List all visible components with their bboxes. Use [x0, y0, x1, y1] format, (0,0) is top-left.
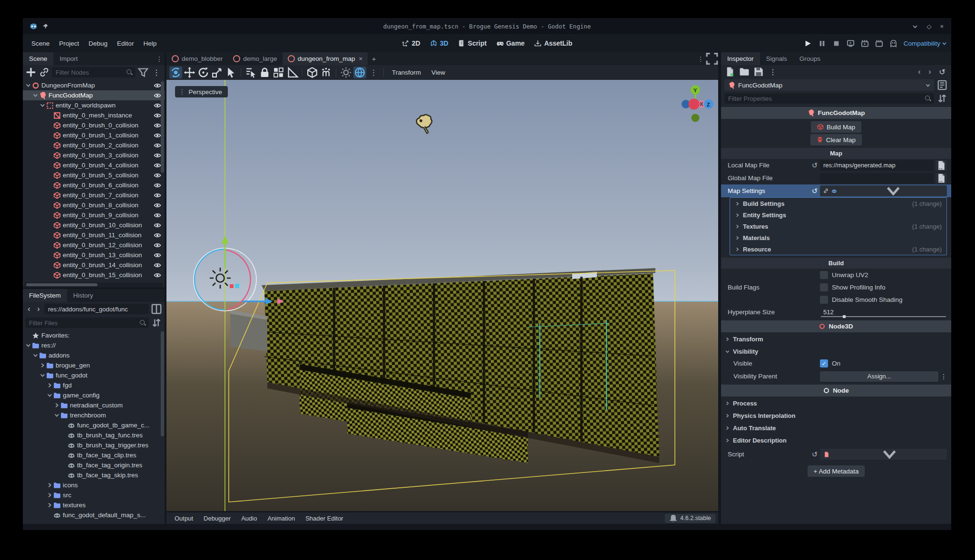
expand-icon[interactable] — [47, 502, 53, 508]
file-item-fgd[interactable]: fgd — [23, 380, 165, 390]
dock-menu-icon[interactable]: ⋮ — [154, 52, 165, 65]
global-map-file-field[interactable] — [820, 173, 934, 183]
preview-environment-icon[interactable] — [353, 67, 366, 78]
minimize-button[interactable] — [912, 24, 918, 29]
bottom-panel-debugger[interactable]: Debugger — [199, 515, 235, 522]
file-item-icons[interactable]: icons — [23, 480, 165, 490]
section-auto-translate[interactable]: Auto Translate — [721, 422, 951, 434]
history-back-button[interactable]: ‹ — [916, 68, 923, 76]
stop-button[interactable] — [832, 39, 840, 48]
local-map-file-field[interactable]: res://maps/generated.map — [820, 160, 934, 171]
file-item-tb_brush_tag_trigger.tres[interactable]: tb_brush_tag_trigger.tres — [23, 440, 165, 450]
scene-node-item-entity_0_worldspawn[interactable]: entity_0_worldspawn — [23, 100, 165, 110]
path-field[interactable] — [44, 304, 149, 314]
visibility-parent-menu-icon[interactable]: ⋮ — [940, 371, 947, 382]
visibility-eye-icon[interactable] — [154, 202, 161, 209]
subsection-resource[interactable]: Resource(1 change) — [730, 243, 946, 255]
scene-node-item-entity_0_mesh_instance[interactable]: entity_0_mesh_instance — [23, 110, 165, 120]
viewport-extra-menu-icon[interactable]: ⋮ — [367, 67, 380, 78]
collapse-icon[interactable] — [25, 82, 31, 88]
expand-icon[interactable] — [54, 402, 60, 408]
scene-node-item-entity_0_brush_0_collision[interactable]: entity_0_brush_0_collision — [23, 120, 165, 130]
scene-node-item-entity_0_brush_12_collision[interactable]: entity_0_brush_12_collision — [23, 240, 165, 250]
resource-menu-icon[interactable]: ⋮ — [767, 67, 779, 77]
visibility-eye-icon[interactable] — [154, 241, 161, 249]
visibility-eye-icon[interactable] — [154, 112, 161, 119]
visibility-eye-icon[interactable] — [154, 182, 161, 189]
close-tab-icon[interactable]: × — [359, 55, 362, 62]
inspector-tab-signals[interactable]: Signals — [760, 52, 793, 65]
file-item-game_config[interactable]: game_config — [23, 390, 165, 400]
file-picker-icon[interactable] — [936, 173, 947, 183]
bottom-panel-output[interactable]: Output — [170, 515, 197, 522]
visibility-eye-icon[interactable] — [154, 142, 161, 149]
scene-node-item-entity_0_brush_7_collision[interactable]: entity_0_brush_7_collision — [23, 190, 165, 200]
scene-tree-vscrollbar[interactable] — [161, 81, 164, 280]
scene-dock-menu-icon[interactable]: ⋮ — [151, 67, 162, 77]
pause-button[interactable] — [818, 39, 826, 48]
visibility-eye-icon[interactable] — [154, 271, 161, 279]
section-map[interactable]: Map — [721, 148, 951, 159]
history-forward-button[interactable]: › — [926, 68, 934, 76]
collapse-icon[interactable] — [47, 392, 53, 398]
visibility-eye-icon[interactable] — [154, 232, 161, 239]
tab-list-icon[interactable]: ⋮ — [695, 52, 706, 65]
clear-map-button[interactable]: Clear Map — [810, 134, 862, 145]
expand-viewport-icon[interactable] — [706, 52, 718, 65]
slider-grabber[interactable] — [843, 315, 846, 318]
object-history-icon[interactable]: ↺ — [936, 67, 948, 77]
script-resource-picker[interactable]: func_godot_map.gd — [820, 449, 947, 460]
scene-tab-dungeon_from_map[interactable]: dungeon_from_map× — [283, 52, 368, 65]
menu-scene[interactable]: Scene — [27, 35, 54, 52]
movie-maker-icon[interactable] — [861, 39, 869, 48]
hyperplane-size-field[interactable]: 512 — [820, 307, 947, 318]
renderer-selector[interactable]: Compatibility — [904, 40, 946, 47]
version-button[interactable]: 4.6.2.stable — [665, 514, 715, 523]
new-resource-button[interactable] — [724, 67, 736, 77]
bottom-panel-animation[interactable]: Animation — [263, 515, 299, 522]
file-item-tb_face_tag_origin.tres[interactable]: tb_face_tag_origin.tres — [23, 460, 165, 470]
workspace-game[interactable]: Game — [496, 39, 525, 47]
menu-help[interactable]: Help — [138, 35, 161, 52]
save-resource-icon[interactable] — [753, 67, 764, 77]
visibility-eye-icon[interactable] — [154, 261, 161, 269]
local-space-icon[interactable] — [320, 67, 332, 78]
file-filter[interactable] — [25, 318, 149, 328]
visibility-eye-icon[interactable] — [154, 102, 161, 109]
scene-node-item-entity_0_brush_8_collision[interactable]: entity_0_brush_8_collision — [23, 200, 165, 210]
section-visibility[interactable]: Visibility — [721, 346, 951, 357]
scene-node-item-entity_0_brush_14_collision[interactable]: entity_0_brush_14_collision — [23, 260, 165, 270]
lock-node-icon[interactable] — [258, 67, 271, 78]
tool-select[interactable] — [224, 67, 237, 78]
visibility-eye-icon[interactable] — [154, 192, 161, 199]
visibility-eye-icon[interactable] — [154, 172, 161, 179]
visibility-eye-icon[interactable] — [154, 92, 161, 99]
file-item-func_godot_tb_game_c...[interactable]: func_godot_tb_game_c... — [23, 420, 165, 430]
tool-orbit[interactable] — [169, 67, 182, 78]
visibility-eye-icon[interactable] — [154, 222, 161, 229]
collapse-icon[interactable] — [39, 102, 46, 108]
scene-node-item-entity_0_brush_5_collision[interactable]: entity_0_brush_5_collision — [23, 170, 165, 180]
scene-node-item-entity_0_brush_9_collision[interactable]: entity_0_brush_9_collision — [23, 210, 165, 220]
expand-icon[interactable] — [47, 492, 53, 498]
section-process[interactable]: Process — [721, 397, 951, 409]
tool-scale[interactable] — [211, 67, 224, 78]
filesystem-tab-history[interactable]: History — [67, 289, 99, 302]
workspace-script[interactable]: Script — [458, 39, 487, 47]
viewport-menu-transform[interactable]: Transform — [387, 69, 426, 76]
scene-node-item-FuncGodotMap[interactable]: FuncGodotMap — [23, 90, 165, 100]
3d-viewport[interactable]: X Z Y ⋮ Perspective — [166, 80, 718, 511]
play-button[interactable] — [804, 39, 812, 48]
nav-back-button[interactable]: ‹ — [25, 304, 33, 314]
scene-node-item-entity_0_brush_13_collision[interactable]: entity_0_brush_13_collision — [23, 250, 165, 260]
collapse-icon[interactable] — [32, 92, 39, 98]
scene-tab-demo_large[interactable]: demo_large — [228, 52, 282, 65]
add-metadata-button[interactable]: + Add Metadata — [808, 465, 865, 477]
collapse-icon[interactable] — [39, 372, 46, 378]
revert-icon[interactable]: ↺ — [809, 450, 820, 459]
file-item-netradiant_custom[interactable]: netradiant_custom — [23, 400, 165, 410]
ruler-icon[interactable] — [286, 67, 299, 78]
expand-icon[interactable] — [47, 482, 53, 488]
file-item-Favorites[interactable]: Favorites: — [23, 330, 165, 340]
visibility-eye-icon[interactable] — [154, 251, 161, 259]
